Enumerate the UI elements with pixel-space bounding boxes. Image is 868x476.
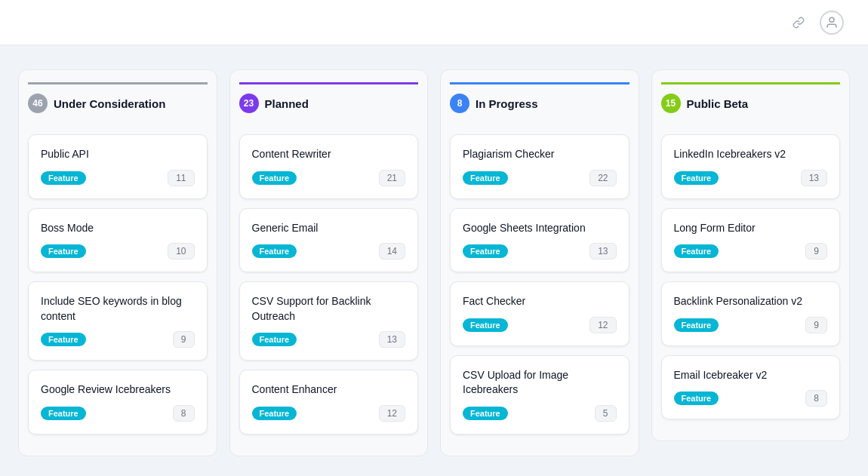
card-footer-under-consideration-0: Feature11 [41, 170, 195, 186]
card-under-consideration-3[interactable]: Google Review IcebreakersFeature8 [28, 370, 208, 435]
column-badge-in-progress: 8 [450, 94, 469, 113]
kanban-board: 46Under ConsiderationPublic APIFeature11… [0, 45, 868, 476]
vote-count-public-beta-1[interactable]: 9 [805, 243, 827, 259]
card-footer-planned-0: Feature21 [252, 170, 406, 186]
vote-count-planned-0[interactable]: 21 [379, 170, 405, 186]
vote-count-under-consideration-3[interactable]: 8 [173, 405, 195, 422]
feature-badge-public-beta-3: Feature [674, 392, 719, 405]
card-title-in-progress-0: Plagiarism Checker [463, 147, 617, 162]
card-footer-public-beta-3: Feature8 [674, 390, 828, 407]
feature-badge-under-consideration-3: Feature [41, 407, 86, 420]
column-in-progress: 8In ProgressPlagiarism CheckerFeature22G… [440, 69, 639, 456]
card-in-progress-1[interactable]: Google Sheets IntegrationFeature13 [450, 208, 629, 273]
card-title-planned-3: Content Enhancer [252, 382, 406, 398]
card-footer-under-consideration-3: Feature8 [41, 405, 195, 422]
chain-icon [793, 17, 805, 29]
card-title-public-beta-1: Long Form Editor [674, 221, 828, 236]
card-public-beta-2[interactable]: Backlink Personalization v2Feature9 [661, 281, 841, 346]
card-title-planned-2: CSV Support for Backlink Outreach [252, 294, 406, 324]
column-title-under-consideration: Under Consideration [54, 97, 165, 110]
card-planned-2[interactable]: CSV Support for Backlink OutreachFeature… [239, 281, 419, 361]
feature-badge-public-beta-2: Feature [674, 318, 719, 332]
vote-count-in-progress-3[interactable]: 5 [595, 405, 617, 422]
column-wrapper-planned: 23PlannedContent RewriterFeature21Generi… [229, 69, 429, 456]
vote-count-public-beta-3[interactable]: 8 [805, 390, 827, 407]
card-footer-under-consideration-2: Feature9 [41, 331, 195, 348]
column-under-consideration: 46Under ConsiderationPublic APIFeature11… [18, 69, 217, 456]
feature-badge-planned-3: Feature [252, 407, 297, 420]
feature-badge-in-progress-2: Feature [463, 318, 508, 332]
card-title-planned-0: Content Rewriter [252, 147, 406, 162]
vote-count-planned-2[interactable]: 13 [379, 331, 405, 348]
card-footer-planned-3: Feature12 [252, 405, 406, 422]
svg-point-0 [830, 17, 834, 22]
card-title-in-progress-1: Google Sheets Integration [463, 221, 617, 236]
card-title-in-progress-2: Fact Checker [463, 294, 617, 309]
card-footer-under-consideration-1: Feature10 [41, 243, 195, 259]
card-title-public-beta-2: Backlink Personalization v2 [674, 294, 828, 309]
card-footer-in-progress-3: Feature5 [463, 405, 617, 422]
feature-badge-planned-2: Feature [252, 333, 297, 346]
vote-count-in-progress-2[interactable]: 12 [589, 317, 616, 333]
card-footer-public-beta-0: Feature13 [674, 170, 828, 186]
vote-count-planned-3[interactable]: 12 [379, 405, 405, 422]
feature-badge-in-progress-1: Feature [463, 244, 508, 258]
column-wrapper-in-progress: 8In ProgressPlagiarism CheckerFeature22G… [440, 69, 639, 456]
column-title-planned: Planned [265, 97, 309, 110]
column-header-in-progress: 8In Progress [450, 82, 629, 122]
column-title-in-progress: In Progress [476, 97, 538, 110]
column-header-public-beta: 15Public Beta [661, 82, 841, 122]
feature-badge-in-progress-3: Feature [463, 407, 508, 420]
user-avatar[interactable] [820, 11, 844, 35]
feature-badge-public-beta-1: Feature [674, 244, 719, 258]
vote-count-public-beta-0[interactable]: 13 [801, 170, 827, 186]
back-link[interactable] [793, 11, 844, 35]
card-in-progress-3[interactable]: CSV Upload for Image IcebreakersFeature5 [450, 355, 629, 435]
vote-count-in-progress-0[interactable]: 22 [589, 170, 616, 186]
feature-badge-under-consideration-2: Feature [41, 333, 86, 346]
card-public-beta-0[interactable]: LinkedIn Icebreakers v2Feature13 [661, 134, 841, 199]
column-header-planned: 23Planned [239, 82, 419, 122]
vote-count-public-beta-2[interactable]: 9 [805, 317, 827, 333]
vote-count-in-progress-1[interactable]: 13 [589, 243, 616, 259]
card-footer-planned-1: Feature14 [252, 243, 406, 259]
card-title-public-beta-3: Email Icebreaker v2 [674, 368, 828, 383]
column-header-under-consideration: 46Under Consideration [28, 82, 208, 122]
column-title-public-beta: Public Beta [687, 97, 749, 110]
card-under-consideration-0[interactable]: Public APIFeature11 [28, 134, 208, 199]
feature-badge-in-progress-0: Feature [463, 171, 508, 185]
card-public-beta-3[interactable]: Email Icebreaker v2Feature8 [661, 355, 841, 420]
card-in-progress-0[interactable]: Plagiarism CheckerFeature22 [450, 134, 629, 199]
column-badge-public-beta: 15 [661, 94, 681, 113]
card-under-consideration-2[interactable]: Include SEO keywords in blog contentFeat… [28, 281, 208, 361]
card-title-planned-1: Generic Email [252, 221, 406, 236]
feature-badge-planned-0: Feature [252, 171, 297, 185]
card-in-progress-2[interactable]: Fact CheckerFeature12 [450, 281, 629, 346]
card-footer-public-beta-2: Feature9 [674, 317, 828, 333]
feature-badge-under-consideration-0: Feature [41, 171, 86, 185]
vote-count-under-consideration-0[interactable]: 11 [168, 170, 194, 186]
feature-badge-public-beta-0: Feature [674, 171, 719, 185]
column-planned: 23PlannedContent RewriterFeature21Generi… [229, 69, 429, 456]
vote-count-under-consideration-2[interactable]: 9 [173, 331, 195, 348]
card-footer-in-progress-1: Feature13 [463, 243, 617, 259]
card-under-consideration-1[interactable]: Boss ModeFeature10 [28, 208, 208, 273]
column-badge-planned: 23 [239, 94, 259, 113]
card-footer-in-progress-0: Feature22 [463, 170, 617, 186]
column-wrapper-under-consideration: 46Under ConsiderationPublic APIFeature11… [18, 69, 217, 456]
feature-badge-under-consideration-1: Feature [41, 244, 86, 258]
vote-count-planned-1[interactable]: 14 [379, 243, 405, 259]
card-planned-1[interactable]: Generic EmailFeature14 [239, 208, 419, 273]
card-planned-0[interactable]: Content RewriterFeature21 [239, 134, 419, 199]
column-wrapper-public-beta: 15Public BetaLinkedIn Icebreakers v2Feat… [651, 69, 851, 441]
card-title-under-consideration-3: Google Review Icebreakers [41, 382, 195, 398]
card-planned-3[interactable]: Content EnhancerFeature12 [239, 370, 419, 435]
card-public-beta-1[interactable]: Long Form EditorFeature9 [661, 208, 841, 273]
feature-badge-planned-1: Feature [252, 244, 297, 258]
card-title-public-beta-0: LinkedIn Icebreakers v2 [674, 147, 828, 162]
column-badge-under-consideration: 46 [28, 94, 48, 113]
vote-count-under-consideration-1[interactable]: 10 [168, 243, 194, 259]
card-title-in-progress-3: CSV Upload for Image Icebreakers [463, 368, 617, 398]
card-footer-planned-2: Feature13 [252, 331, 406, 348]
column-public-beta: 15Public BetaLinkedIn Icebreakers v2Feat… [651, 69, 851, 456]
